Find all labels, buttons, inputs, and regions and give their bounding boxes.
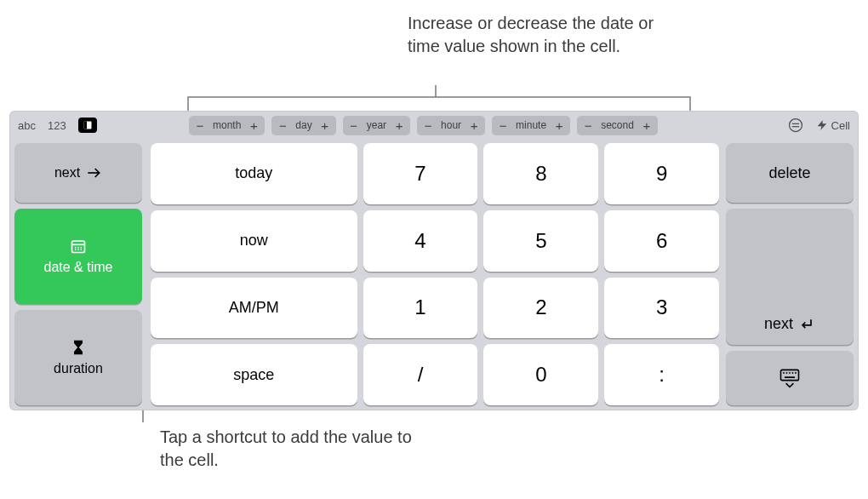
digit-7-button[interactable]: 7: [363, 143, 478, 204]
arrow-right-icon: [85, 164, 102, 181]
key-grid: next date & time duration today: [14, 143, 854, 405]
input-mode-tabs: abc 123: [9, 118, 97, 133]
colon-button[interactable]: :: [604, 344, 719, 405]
stepper-day-minus[interactable]: −: [275, 119, 290, 132]
date-time-steppers: − month + − day + − year + − hour + − mi: [189, 116, 658, 135]
svg-point-13: [77, 249, 79, 250]
right-key-column: delete next: [726, 143, 854, 405]
stepper-minute-minus[interactable]: −: [495, 119, 511, 132]
date-time-keyboard: abc 123 − month + − day + − year +: [9, 111, 859, 410]
stepper-month-label: month: [208, 119, 246, 131]
svg-point-10: [77, 247, 79, 249]
mode-tab-123[interactable]: 123: [48, 119, 66, 132]
ampm-button[interactable]: AM/PM: [151, 278, 357, 339]
svg-point-2: [789, 119, 802, 132]
toolbar-right: Cell: [787, 117, 850, 134]
stepper-day: − day +: [271, 116, 335, 135]
stepper-second-minus[interactable]: −: [580, 119, 596, 132]
cell-label: Cell: [831, 119, 850, 132]
digit-8-button[interactable]: 8: [483, 143, 598, 204]
svg-rect-15: [781, 370, 799, 380]
center-key-grid: today 7 8 9 now 4 5 6 AM/PM 1 2 3 space …: [151, 143, 719, 405]
stepper-minute: − minute +: [492, 116, 570, 135]
date-time-mode-button[interactable]: date & time: [14, 209, 142, 304]
digit-4-button[interactable]: 4: [363, 210, 478, 272]
space-button[interactable]: space: [151, 344, 357, 405]
svg-point-9: [75, 247, 77, 249]
slash-button[interactable]: /: [363, 344, 478, 405]
digit-5-button[interactable]: 5: [483, 210, 598, 272]
keyboard-toolbar: abc 123 − month + − day + − year +: [9, 111, 859, 140]
stepper-month: − month +: [189, 116, 265, 135]
stepper-minute-plus[interactable]: +: [551, 119, 567, 132]
callout-bottom-text: Tap a shortcut to add the value to the c…: [160, 426, 432, 472]
mode-tab-abc[interactable]: abc: [18, 119, 36, 132]
mode-tab-table-icon[interactable]: [78, 118, 97, 133]
stepper-second-plus[interactable]: +: [639, 119, 654, 132]
stepper-hour-minus[interactable]: −: [420, 119, 436, 132]
stepper-minute-label: minute: [511, 119, 551, 131]
svg-point-14: [81, 249, 83, 250]
next-field-button[interactable]: next: [14, 143, 142, 203]
hourglass-icon: [70, 339, 87, 356]
today-button[interactable]: today: [151, 143, 357, 204]
hide-keyboard-button[interactable]: [726, 351, 854, 405]
digit-9-button[interactable]: 9: [604, 143, 719, 204]
stepper-hour: − hour +: [417, 116, 485, 135]
duration-mode-button[interactable]: duration: [14, 310, 142, 405]
digit-1-button[interactable]: 1: [363, 278, 478, 339]
svg-rect-7: [72, 241, 85, 252]
svg-rect-1: [83, 122, 87, 129]
digit-6-button[interactable]: 6: [604, 210, 719, 272]
stepper-hour-label: hour: [436, 119, 466, 131]
date-time-mode-label: date & time: [44, 260, 113, 275]
stepper-month-minus[interactable]: −: [192, 119, 208, 132]
stepper-month-plus[interactable]: +: [246, 119, 261, 132]
cell-button[interactable]: Cell: [816, 119, 850, 132]
keyboard-hide-icon: [778, 366, 802, 390]
stepper-hour-plus[interactable]: +: [466, 119, 482, 132]
svg-marker-5: [817, 120, 826, 130]
formula-icon[interactable]: [787, 117, 804, 134]
svg-point-12: [75, 249, 77, 250]
digit-3-button[interactable]: 3: [604, 278, 719, 339]
callout-top-text: Increase or decrease the date or time va…: [408, 12, 680, 58]
calendar-icon: [70, 238, 87, 255]
stepper-year-label: year: [362, 119, 391, 131]
next-return-label: next: [764, 315, 793, 333]
digit-2-button[interactable]: 2: [483, 278, 598, 339]
digit-0-button[interactable]: 0: [483, 344, 598, 405]
next-label: next: [54, 165, 80, 181]
stepper-year: − year +: [343, 116, 410, 135]
stepper-year-minus[interactable]: −: [346, 119, 362, 132]
delete-button[interactable]: delete: [726, 143, 854, 203]
stepper-day-label: day: [290, 119, 317, 131]
stepper-year-plus[interactable]: +: [391, 119, 407, 132]
left-key-column: next date & time duration: [14, 143, 142, 405]
next-return-button[interactable]: next: [726, 209, 854, 345]
stepper-second: − second +: [577, 116, 658, 135]
stepper-day-plus[interactable]: +: [317, 119, 333, 132]
return-icon: [798, 316, 815, 333]
duration-mode-label: duration: [54, 361, 103, 376]
svg-point-11: [81, 247, 83, 249]
stepper-second-label: second: [596, 119, 639, 131]
now-button[interactable]: now: [151, 210, 357, 272]
